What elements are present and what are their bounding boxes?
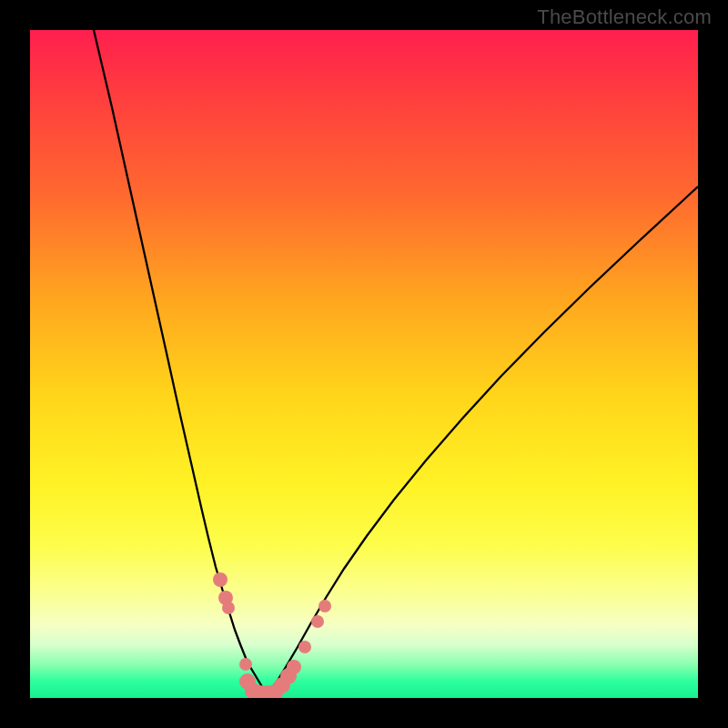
watermark-text: TheBottleneck.com [537,5,712,29]
data-dot [298,641,311,653]
data-dot [287,660,301,674]
data-dot [311,615,324,628]
data-dots [213,572,331,698]
data-dot [318,600,331,612]
data-dot [213,572,228,587]
right-curve-path [267,187,698,696]
chart-svg [30,30,698,698]
left-curve-path [94,30,267,696]
data-dot [222,602,235,614]
data-dot [239,658,252,671]
plot-area [30,30,698,698]
chart-container: TheBottleneck.com [0,0,728,728]
